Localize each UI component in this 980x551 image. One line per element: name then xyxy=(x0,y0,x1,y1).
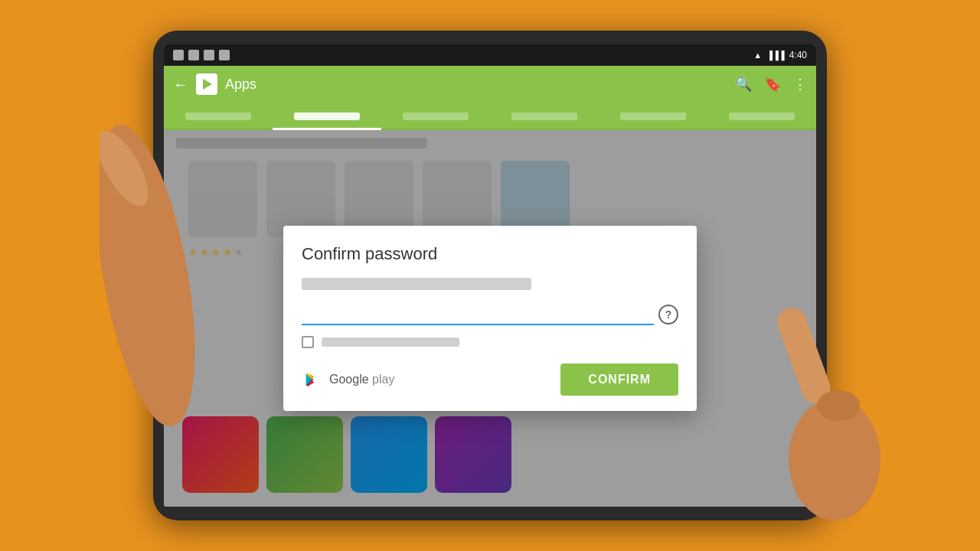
notif-icon-4 xyxy=(219,50,230,60)
app-bar: ← Apps 🔍 🔖 ⋮ xyxy=(164,66,816,103)
password-input[interactable] xyxy=(302,304,654,325)
dialog-overlay: Confirm password ? xyxy=(164,130,816,507)
google-play-logo-icon xyxy=(302,369,323,390)
search-icon[interactable]: 🔍 xyxy=(735,76,752,93)
tab-3[interactable] xyxy=(381,104,490,129)
checkbox-label xyxy=(322,337,459,347)
password-input-row: ? xyxy=(302,304,678,325)
tab-2[interactable] xyxy=(273,104,381,129)
play-text: play xyxy=(372,373,394,386)
tab-bar xyxy=(164,103,816,130)
app-bar-actions: 🔍 🔖 ⋮ xyxy=(735,76,807,93)
google-play-text: Google play xyxy=(329,373,394,386)
google-play-branding: Google play xyxy=(302,369,394,390)
status-bar: ▲ ▐▐▐ 4:40 xyxy=(164,44,816,66)
svg-point-1 xyxy=(100,123,158,213)
password-dots-placeholder xyxy=(302,278,531,290)
confirm-button[interactable]: CONFIRM xyxy=(560,364,678,396)
wifi-icon: ▲ xyxy=(753,51,762,60)
tab-4[interactable] xyxy=(490,104,599,129)
notif-icon-3 xyxy=(204,50,214,60)
confirm-password-dialog: Confirm password ? xyxy=(283,226,697,411)
clock: 4:40 xyxy=(789,50,807,60)
help-icon[interactable]: ? xyxy=(658,305,678,324)
tab-1[interactable] xyxy=(164,104,273,129)
tab-6[interactable] xyxy=(707,104,816,129)
notif-icon-2 xyxy=(188,50,199,60)
app-bar-title: Apps xyxy=(225,77,727,93)
remember-checkbox[interactable] xyxy=(302,336,314,348)
play-triangle xyxy=(203,79,212,90)
signal-icon: ▐▐▐ xyxy=(766,51,784,60)
share-icon[interactable]: ⋮ xyxy=(793,76,807,93)
tab-5[interactable] xyxy=(599,104,707,129)
back-button[interactable]: ← xyxy=(173,76,188,93)
tablet-frame: ▲ ▐▐▐ 4:40 ← Apps 🔍 🔖 ⋮ xyxy=(153,31,827,520)
screen: ▲ ▐▐▐ 4:40 ← Apps 🔍 🔖 ⋮ xyxy=(164,44,816,507)
notif-icon-1 xyxy=(173,50,184,60)
google-text: Google xyxy=(329,373,372,386)
checkbox-row xyxy=(302,336,678,348)
play-store-icon xyxy=(196,73,217,95)
dialog-title: Confirm password xyxy=(302,244,678,264)
status-icons-right: ▲ ▐▐▐ 4:40 xyxy=(753,50,807,60)
dialog-footer: Google play CONFIRM xyxy=(302,364,678,396)
content-area: ★ ★ ★ ★ ★ Confirm password xyxy=(164,130,816,507)
bookmark-icon[interactable]: 🔖 xyxy=(764,76,781,93)
status-icons-left xyxy=(173,50,230,60)
